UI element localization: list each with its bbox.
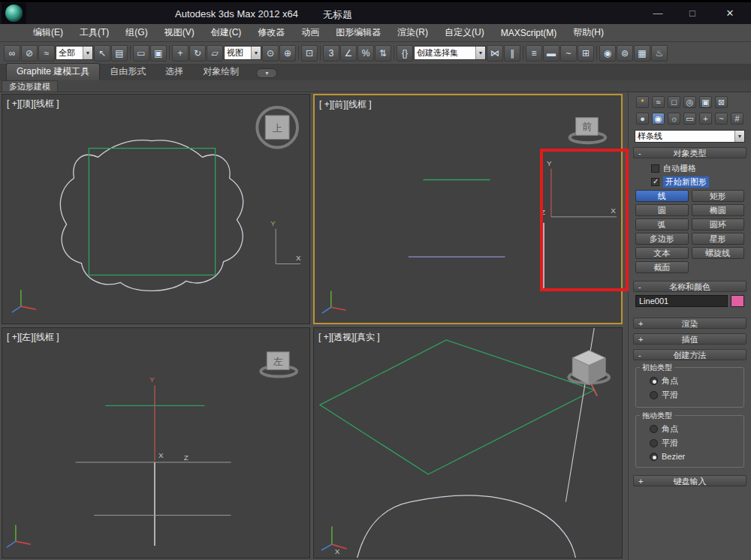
percent-snap-toggle-icon[interactable]: % [357, 45, 374, 62]
ribbon-minimize-button[interactable]: ▼ [256, 68, 277, 78]
initial-corner-radio[interactable] [650, 377, 658, 385]
viewport-perspective[interactable]: [ +][透视][真实 ] X [313, 327, 623, 558]
section-button[interactable]: 截面 [635, 261, 689, 273]
drag-smooth-radio[interactable] [650, 439, 658, 447]
motion-tab[interactable]: ◎ [683, 96, 696, 108]
object-name-field[interactable]: Line001 [635, 295, 728, 307]
menu-help[interactable]: 帮助(H) [573, 26, 604, 39]
spinner-snap-toggle-icon[interactable]: ⇅ [375, 45, 391, 62]
lights-category-icon[interactable]: ☼ [668, 113, 680, 125]
maximize-button[interactable]: □ [682, 8, 703, 19]
subtab-polygon-modeling[interactable]: 多边形建模 [2, 80, 58, 92]
circle-button[interactable]: 圆 [635, 204, 689, 216]
ngon-button[interactable]: 多边形 [635, 233, 689, 245]
reference-coordsys-dropdown[interactable]: 视图 ▼ [224, 46, 261, 60]
ellipse-button[interactable]: 椭圆 [692, 204, 745, 216]
helix-button[interactable]: 螺旋线 [692, 247, 745, 259]
angle-snap-toggle-icon[interactable]: ∠ [340, 45, 357, 62]
drag-corner-radio[interactable] [650, 425, 658, 433]
display-tab[interactable]: ▣ [699, 96, 712, 108]
viewport-left[interactable]: [ +][左][线框 ] Y X Z 左 [2, 327, 310, 558]
hierarchy-tab[interactable]: □ [668, 96, 680, 108]
app-menu-button[interactable] [2, 3, 26, 24]
rectangle-button[interactable]: 矩形 [692, 190, 745, 202]
keyboard-shortcut-override-icon[interactable]: ⊡ [301, 45, 318, 62]
shapes-category-icon[interactable]: ◉ [652, 113, 665, 125]
rollout-object-type-header[interactable]: - 对象类型 [633, 147, 746, 158]
menu-group[interactable]: 组(G) [125, 26, 147, 39]
menu-modifiers[interactable]: 修改器 [258, 26, 285, 39]
line-button[interactable]: 线 [635, 190, 689, 202]
selection-filter-dropdown[interactable]: 全部 ▼ [56, 46, 93, 60]
menu-create[interactable]: 创建(C) [211, 26, 242, 39]
tab-selection[interactable]: 选择 [155, 64, 193, 80]
bind-to-space-warp-icon[interactable]: ≈ [38, 45, 55, 62]
start-new-shape-checkbox[interactable] [651, 178, 659, 186]
snaps-toggle-icon[interactable]: 3 [323, 45, 339, 62]
viewport-left-label[interactable]: [ +][左][线框 ] [7, 331, 59, 344]
render-setup-icon[interactable]: ⊚ [617, 45, 633, 62]
object-color-swatch[interactable] [731, 295, 744, 307]
menu-animation[interactable]: 动画 [301, 26, 319, 39]
viewcube[interactable]: 前 [570, 118, 606, 143]
named-selection-sets-dropdown[interactable]: 创建选择集 ▼ [414, 46, 486, 60]
viewport-perspective-label[interactable]: [ +][透视][真实 ] [318, 331, 380, 344]
tab-graphite-modeling-tools[interactable]: Graphite 建模工具 [6, 63, 100, 80]
modify-tab[interactable]: ≈ [652, 96, 665, 108]
rollout-name-color-header[interactable]: - 名称和颜色 [633, 281, 746, 292]
curve-editor-icon[interactable]: ~ [560, 45, 577, 62]
shape-type-dropdown[interactable]: 样条线 ▼ [635, 130, 745, 143]
star-button[interactable]: 星形 [692, 233, 745, 245]
cameras-category-icon[interactable]: ▭ [683, 113, 696, 125]
graphite-ribbon-toggle-icon[interactable]: ▬ [543, 45, 559, 62]
viewcube[interactable] [569, 351, 609, 385]
minimize-button[interactable]: — [647, 8, 668, 19]
start-new-shape-label[interactable]: 开始新图形 [663, 176, 709, 188]
select-and-rotate-icon[interactable]: ↻ [189, 45, 206, 62]
use-pivot-point-center-icon[interactable]: ⊙ [262, 45, 279, 62]
viewport-top-label[interactable]: [ +][顶][线框 ] [7, 98, 59, 110]
select-and-move-icon[interactable]: + [172, 45, 189, 62]
rollout-interpolation-header[interactable]: + 插值 [633, 333, 746, 345]
viewport-front-label[interactable]: [ +][前][线框 ] [319, 98, 372, 111]
viewcube[interactable]: 左 [261, 352, 297, 377]
rollout-rendering-header[interactable]: + 渲染 [633, 318, 746, 329]
menu-edit[interactable]: 编辑(E) [33, 26, 63, 39]
text-button[interactable]: 文本 [635, 247, 689, 259]
tab-freeform[interactable]: 自由形式 [100, 64, 155, 80]
window-crossing-toggle-icon[interactable]: ▣ [150, 45, 167, 62]
close-button[interactable]: ✕ [719, 8, 740, 19]
viewport-top[interactable]: [ +][顶][线框 ] Y X 上 [2, 94, 310, 324]
rollout-keyboard-entry-header[interactable]: + 键盘输入 [633, 475, 746, 486]
menu-graph-editors[interactable]: 图形编辑器 [336, 26, 381, 39]
select-by-name-icon[interactable]: ▤ [111, 45, 128, 62]
utilities-tab[interactable]: ⊠ [715, 96, 728, 108]
select-and-manipulate-icon[interactable]: ⊕ [279, 45, 296, 62]
menu-maxscript[interactable]: MAXScript(M) [501, 28, 557, 38]
manage-layers-icon[interactable]: ≡ [526, 45, 542, 62]
rectangular-selection-region-icon[interactable]: ▭ [133, 45, 149, 62]
arc-button[interactable]: 弧 [635, 218, 689, 230]
select-and-scale-icon[interactable]: ▱ [207, 45, 223, 62]
autogrid-checkbox[interactable] [651, 164, 659, 173]
select-object-icon[interactable]: ↖ [94, 45, 110, 62]
rendered-frame-window-icon[interactable]: ▦ [634, 45, 650, 62]
menu-tools[interactable]: 工具(T) [80, 26, 109, 39]
select-and-link-icon[interactable]: ∞ [4, 45, 20, 62]
geometry-category-icon[interactable]: ● [636, 113, 649, 125]
viewcube[interactable]: 上 [257, 107, 297, 148]
render-production-icon[interactable]: ♨ [651, 45, 668, 62]
align-icon[interactable]: ∥ [504, 45, 520, 62]
mirror-icon[interactable]: ⋈ [487, 45, 503, 62]
donut-button[interactable]: 圆环 [692, 218, 745, 230]
drag-bezier-radio[interactable] [650, 453, 658, 461]
material-editor-icon[interactable]: ◉ [599, 45, 616, 62]
edit-named-selection-sets-icon[interactable]: {} [397, 45, 413, 62]
initial-smooth-radio[interactable] [650, 391, 658, 399]
tab-object-paint[interactable]: 对象绘制 [193, 64, 249, 80]
space-warps-category-icon[interactable]: ~ [715, 113, 728, 125]
create-tab[interactable]: * [636, 96, 649, 108]
menu-customize[interactable]: 自定义(U) [445, 26, 484, 39]
menu-rendering[interactable]: 渲染(R) [397, 26, 428, 39]
unlink-selection-icon[interactable]: ⊘ [21, 45, 38, 62]
